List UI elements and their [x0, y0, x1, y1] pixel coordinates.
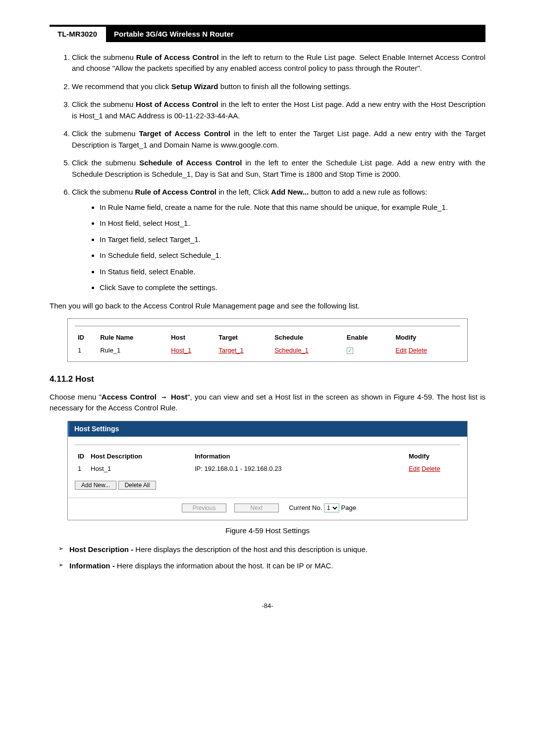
htd-info: IP: 192.168.0.1 - 192.168.0.23 [192, 462, 406, 475]
htd-desc: Host_1 [88, 462, 192, 475]
step-6-text-a: Click the submenu [72, 188, 135, 196]
host-intro: Choose menu "Access Control → Host", you… [50, 392, 485, 414]
step-2-text-c: button to finish all the following setti… [218, 82, 352, 91]
step-6-bold-2: Add New... [271, 188, 309, 196]
host-table: ID Host Description Information Modify 1… [75, 450, 460, 475]
step-2-text-a: We recommend that you click [72, 82, 171, 91]
host-table-header: ID Host Description Information Modify [75, 450, 460, 463]
add-new-button[interactable]: Add New... [75, 481, 116, 490]
td-rule: Rule_1 [97, 344, 168, 357]
fhd-title: Host Description - [69, 545, 135, 554]
host-edit-link[interactable]: Edit [409, 465, 420, 472]
step-1-bold: Rule of Access Control [136, 53, 219, 61]
step-6-bold-1: Rule of Access Control [135, 188, 216, 196]
th-target: Target [215, 331, 271, 344]
finf-body: Here displays the information about the … [117, 561, 333, 570]
sub-step-6: Click Save to complete the settings. [100, 282, 485, 294]
sub-step-list: In Rule Name field, create a name for th… [72, 202, 485, 294]
edit-link[interactable]: Edit [395, 347, 406, 354]
page-header: TL-MR3020 Portable 3G/4G Wireless N Rout… [50, 25, 485, 42]
td-id: 1 [75, 344, 97, 357]
feature-host-description: Host Description - Here displays the des… [58, 544, 485, 555]
hth-info: Information [192, 450, 406, 463]
pager-label-a: Current No. [289, 504, 322, 511]
step-2: We recommend that you click Setup Wizard… [72, 81, 485, 93]
th-id: ID [75, 331, 97, 344]
step-5: Click the submenu Schedule of Access Con… [72, 157, 485, 180]
feature-information: Information - Here displays the informat… [58, 560, 485, 572]
fhd-body: Here displays the description of the hos… [135, 545, 368, 554]
sub-step-3: In Target field, select Target_1. [100, 234, 485, 246]
step-2-bold: Setup Wizard [171, 82, 218, 91]
rule-table-panel: ID Rule Name Host Target Schedule Enable… [67, 318, 468, 362]
th-schedule: Schedule [271, 331, 344, 344]
hth-id: ID [75, 450, 88, 463]
step-1-text-a: Click the submenu [72, 53, 136, 61]
after-list-text: Then you will go back to the Access Cont… [50, 301, 485, 312]
section-heading: 4.11.2 Host [50, 373, 485, 386]
hth-modify: Modify [406, 450, 460, 463]
finf-title: Information - [69, 561, 117, 570]
figure-caption: Figure 4-59 Host Settings [50, 525, 485, 537]
page-number: -84- [50, 601, 485, 611]
host-delete-link[interactable]: Delete [422, 465, 440, 472]
next-button[interactable]: Next [234, 504, 279, 512]
sub-step-1: In Rule Name field, create a name for th… [100, 202, 485, 213]
step-3-bold: Host of Access Control [136, 100, 218, 108]
rule-table: ID Rule Name Host Target Schedule Enable… [75, 331, 460, 356]
host-button-row: Add New... Delete All [68, 477, 467, 491]
rule-table-header: ID Rule Name Host Target Schedule Enable… [75, 331, 460, 344]
enable-checkbox[interactable]: ✓ [347, 348, 353, 354]
previous-button[interactable]: Previous [182, 504, 226, 512]
host-intro-c: Host [171, 393, 187, 401]
host-panel-title: Host Settings [68, 421, 467, 437]
pager-label-b: Page [341, 504, 356, 511]
arrow-icon: → [157, 393, 171, 402]
header-title: Portable 3G/4G Wireless N Router [106, 27, 485, 42]
th-modify: Modify [392, 331, 460, 344]
htd-id: 1 [75, 462, 88, 475]
sub-step-5: In Status field, select Enable. [100, 266, 485, 278]
header-model: TL-MR3020 [50, 27, 106, 42]
step-3-text-a: Click the submenu [72, 100, 136, 108]
pager-row: Previous Next Current No. 1 Page [68, 498, 467, 513]
schedule-link[interactable]: Schedule_1 [274, 347, 309, 354]
host-intro-b: Access Control [102, 393, 157, 401]
delete-all-button[interactable]: Delete All [118, 481, 157, 490]
step-1: Click the submenu Rule of Access Control… [72, 52, 485, 74]
step-5-text-a: Click the submenu [72, 158, 139, 167]
sub-step-4: In Schedule field, select Schedule_1. [100, 250, 485, 261]
host-intro-a: Choose menu " [50, 393, 102, 401]
host-settings-panel: Host Settings ID Host Description Inform… [67, 421, 468, 520]
step-4-text-a: Click the submenu [72, 129, 139, 138]
feature-list: Host Description - Here displays the des… [50, 544, 485, 571]
step-4-bold: Target of Access Control [139, 129, 230, 138]
delete-link[interactable]: Delete [408, 347, 427, 354]
host-table-row: 1 Host_1 IP: 192.168.0.1 - 192.168.0.23 … [75, 462, 460, 475]
th-host: Host [168, 331, 215, 344]
sub-step-2: In Host field, select Host_1. [100, 218, 485, 229]
target-link[interactable]: Target_1 [218, 347, 244, 354]
hth-desc: Host Description [88, 450, 192, 463]
step-5-bold: Schedule of Access Control [139, 158, 242, 167]
page-select[interactable]: 1 [324, 504, 339, 512]
th-enable: Enable [344, 331, 393, 344]
step-6-text-e: button to add a new rule as follows: [309, 188, 427, 196]
rule-table-row: 1 Rule_1 Host_1 Target_1 Schedule_1 ✓ Ed… [75, 344, 460, 357]
step-3: Click the submenu Host of Access Control… [72, 99, 485, 121]
step-6: Click the submenu Rule of Access Control… [72, 187, 485, 294]
instruction-list: Click the submenu Rule of Access Control… [50, 52, 485, 294]
th-rule: Rule Name [97, 331, 168, 344]
step-4: Click the submenu Target of Access Contr… [72, 128, 485, 151]
host-link[interactable]: Host_1 [171, 347, 191, 354]
step-6-text-c: in the left, Click [216, 188, 271, 196]
